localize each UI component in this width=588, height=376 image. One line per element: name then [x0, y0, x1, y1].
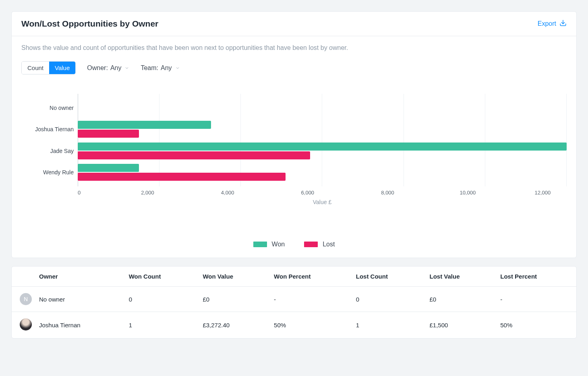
- table-cell: -: [495, 287, 576, 312]
- chart-category-label: No owner: [50, 105, 74, 111]
- bar-lost[interactable]: [78, 173, 286, 181]
- table-header-cell[interactable]: Lost Count: [350, 267, 424, 287]
- bar-won[interactable]: [78, 121, 211, 129]
- table-header-cell[interactable]: Lost Value: [424, 267, 495, 287]
- x-tick-label: 8,000: [381, 190, 394, 196]
- chart-rows: No ownerJoshua TiernanJade SayWendy Rule: [78, 94, 567, 186]
- table-cell: 0: [350, 287, 424, 312]
- chevron-down-icon: [175, 65, 180, 70]
- table-cell: £0: [197, 287, 268, 312]
- table-cell: 50%: [495, 312, 576, 339]
- table-header-avatar: [12, 267, 33, 287]
- legend-item-won: Won: [253, 241, 285, 248]
- chart-x-axis: 02,0004,0006,0008,00010,00012,000: [78, 190, 567, 196]
- legend-label-won: Won: [272, 241, 285, 248]
- table-cell: 1: [123, 312, 197, 339]
- legend-label-lost: Lost: [323, 241, 335, 248]
- owner-filter[interactable]: Owner: Any: [87, 64, 129, 72]
- controls-bar: Count Value Owner: Any Team: Any: [12, 52, 576, 84]
- toggle-count[interactable]: Count: [22, 62, 49, 74]
- legend-item-lost: Lost: [304, 241, 335, 248]
- table-row[interactable]: Joshua Tiernan1£3,272.4050%1£1,50050%: [12, 312, 576, 339]
- avatar-cell: N: [12, 287, 33, 312]
- table-header-cell[interactable]: Won Percent: [268, 267, 350, 287]
- owner-filter-value: Any: [110, 64, 122, 72]
- table-cell: 1: [350, 312, 424, 339]
- data-table: OwnerWon CountWon ValueWon PercentLost C…: [12, 267, 576, 338]
- table-header-cell[interactable]: Owner: [33, 267, 123, 287]
- table-cell: £0: [424, 287, 495, 312]
- table-header: OwnerWon CountWon ValueWon PercentLost C…: [12, 267, 576, 287]
- report-card: Won/Lost Opportunities by Owner Export S…: [11, 11, 577, 258]
- bar-won[interactable]: [78, 164, 139, 172]
- chart-category-label: Joshua Tiernan: [35, 126, 74, 132]
- x-tick-label: 12,000: [534, 190, 551, 196]
- x-tick-label: 0: [78, 190, 81, 196]
- x-tick-label: 4,000: [221, 190, 234, 196]
- bar-won[interactable]: [78, 143, 567, 151]
- chart-container: No ownerJoshua TiernanJade SayWendy Rule…: [12, 84, 576, 258]
- chart-row: Joshua Tiernan: [78, 121, 567, 138]
- report-title: Won/Lost Opportunities by Owner: [21, 19, 158, 29]
- chart-row: Jade Say: [78, 143, 567, 159]
- avatar: [20, 318, 32, 331]
- export-button[interactable]: Export: [538, 19, 567, 28]
- table-cell: £1,500: [424, 312, 495, 339]
- table-header-cell[interactable]: Lost Percent: [495, 267, 576, 287]
- x-tick-label: 6,000: [301, 190, 315, 196]
- avatar: N: [20, 293, 32, 305]
- legend-swatch-won: [253, 242, 267, 247]
- bar-lost[interactable]: [78, 130, 139, 138]
- chart-category-label: Jade Say: [50, 148, 74, 154]
- toggle-value[interactable]: Value: [49, 62, 75, 74]
- report-description: Shows the value and count of opportuniti…: [12, 36, 576, 52]
- export-icon: [559, 19, 567, 28]
- table-header-cell[interactable]: Won Count: [123, 267, 197, 287]
- table-header-cell[interactable]: Won Value: [197, 267, 268, 287]
- table-cell: 0: [123, 287, 197, 312]
- chevron-down-icon: [124, 65, 129, 70]
- table-cell: £3,272.40: [197, 312, 268, 339]
- table-cell: Joshua Tiernan: [33, 312, 123, 339]
- bar-lost[interactable]: [78, 151, 310, 159]
- count-value-toggle: Count Value: [21, 61, 76, 74]
- export-label: Export: [538, 20, 556, 27]
- x-tick-label: 10,000: [460, 190, 476, 196]
- table-body: NNo owner0£0-0£0-Joshua Tiernan1£3,272.4…: [12, 287, 576, 339]
- owner-filter-label: Owner:: [87, 64, 108, 72]
- table-cell: No owner: [33, 287, 123, 312]
- team-filter[interactable]: Team: Any: [141, 64, 180, 72]
- chart-x-axis-title: Value £: [78, 199, 567, 205]
- chart-plot-area: No ownerJoshua TiernanJade SayWendy Rule: [78, 94, 567, 186]
- chart-row: No owner: [78, 99, 567, 116]
- team-filter-value: Any: [161, 64, 172, 72]
- x-tick-label: 2,000: [141, 190, 154, 196]
- chart-legend: Won Lost: [21, 241, 567, 248]
- won-lost-bar-chart: No ownerJoshua TiernanJade SayWendy Rule…: [21, 94, 567, 229]
- card-header: Won/Lost Opportunities by Owner Export: [12, 12, 576, 36]
- chart-row: Wendy Rule: [78, 164, 567, 181]
- team-filter-label: Team:: [141, 64, 158, 72]
- avatar-cell: [12, 312, 33, 339]
- legend-swatch-lost: [304, 242, 318, 247]
- table-cell: 50%: [268, 312, 350, 339]
- table-cell: -: [268, 287, 350, 312]
- data-table-card: OwnerWon CountWon ValueWon PercentLost C…: [11, 266, 577, 339]
- chart-category-label: Wendy Rule: [43, 169, 74, 176]
- table-row[interactable]: NNo owner0£0-0£0-: [12, 287, 576, 312]
